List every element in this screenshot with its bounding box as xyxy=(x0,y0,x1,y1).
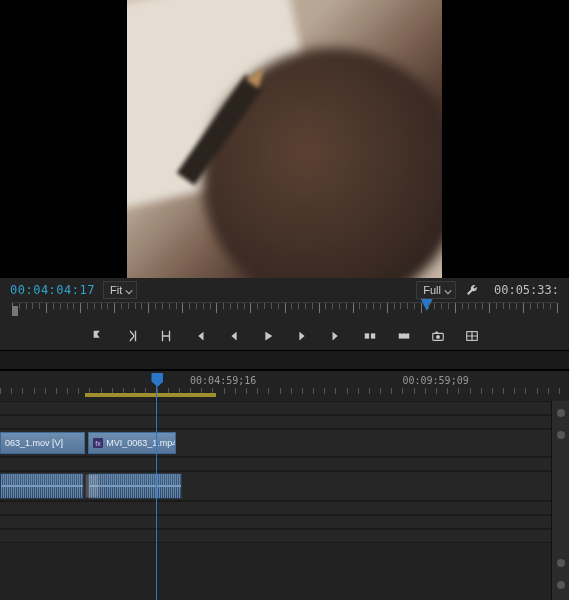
video-clip[interactable]: 063_1.mov [V] xyxy=(0,432,85,454)
timeline-ruler[interactable]: 00:04:59;1600:09:59;09 xyxy=(0,371,569,401)
settings-wrench-icon[interactable] xyxy=(464,281,480,299)
svg-text:fx: fx xyxy=(95,440,101,447)
video-clip[interactable]: fxMVI_0063_1.mp4 [V] xyxy=(88,432,176,454)
resolution-dropdown[interactable]: Full xyxy=(416,281,456,299)
play-button[interactable] xyxy=(259,327,277,345)
zoom-fit-dropdown[interactable]: Fit xyxy=(103,281,137,299)
mark-out-button[interactable] xyxy=(123,327,141,345)
chevron-down-icon xyxy=(125,286,133,298)
video-track-v2[interactable] xyxy=(0,415,569,429)
duration-timecode[interactable]: 00:05:33: xyxy=(494,283,559,297)
track-area: 063_1.mov [V]fxMVI_0063_1.mp4 [V] xyxy=(0,401,569,543)
svg-point-4 xyxy=(436,335,440,339)
clip-label: 063_1.mov [V] xyxy=(5,438,63,448)
video-preview-area xyxy=(0,0,569,278)
monitor-time-ruler[interactable]: /* ticks drawn below via JS */ xyxy=(0,302,569,322)
video-track-v1[interactable]: 063_1.mov [V]fxMVI_0063_1.mp4 [V] xyxy=(0,429,569,457)
video-content-placeholder xyxy=(177,75,264,186)
mark-in-button[interactable] xyxy=(89,327,107,345)
svg-rect-1 xyxy=(370,333,374,338)
transport-controls xyxy=(0,322,569,350)
chevron-down-icon xyxy=(444,286,452,298)
fx-badge-icon: fx xyxy=(93,438,103,448)
scroll-thumb-icon[interactable] xyxy=(557,581,565,589)
audio-track-a1[interactable] xyxy=(0,471,569,501)
program-monitor-panel: 00:04:04:17 Fit Full 00:05:33: /* ticks … xyxy=(0,0,569,350)
ruler-label: 00:04:59;16 xyxy=(190,375,256,386)
export-frame-button[interactable] xyxy=(429,327,447,345)
insert-button[interactable] xyxy=(361,327,379,345)
step-back-button[interactable] xyxy=(225,327,243,345)
svg-rect-5 xyxy=(435,332,438,334)
timeline-playhead[interactable] xyxy=(156,373,157,600)
panel-divider[interactable] xyxy=(0,350,569,370)
audio-track-a3[interactable] xyxy=(0,515,569,529)
overwrite-button[interactable] xyxy=(395,327,413,345)
timeline-scrollbar-vertical[interactable] xyxy=(551,401,569,600)
clip-label: MVI_0063_1.mp4 [V] xyxy=(106,438,176,448)
work-area-bar[interactable] xyxy=(85,393,216,397)
scroll-thumb-icon[interactable] xyxy=(557,431,565,439)
audio-track-a2[interactable] xyxy=(0,501,569,515)
scroll-thumb-icon[interactable] xyxy=(557,409,565,417)
waveform-icon xyxy=(89,474,181,498)
waveform-icon xyxy=(1,474,83,498)
audio-clip[interactable] xyxy=(88,473,182,499)
video-frame[interactable] xyxy=(127,0,442,278)
ruler-label: 00:09:59;09 xyxy=(402,375,468,386)
resolution-label: Full xyxy=(423,284,441,296)
timeline-panel: 00:04:59;1600:09:59;09 063_1.mov [V]fxMV… xyxy=(0,370,569,600)
svg-rect-2 xyxy=(398,333,409,338)
monitor-info-bar: 00:04:04:17 Fit Full 00:05:33: xyxy=(0,278,569,302)
svg-rect-0 xyxy=(364,333,368,338)
zoom-fit-label: Fit xyxy=(110,284,122,296)
go-to-in-button[interactable] xyxy=(191,327,209,345)
scroll-thumb-icon[interactable] xyxy=(557,559,565,567)
current-timecode[interactable]: 00:04:04:17 xyxy=(10,283,95,297)
audio-track-a4[interactable] xyxy=(0,529,569,543)
go-to-out-button[interactable] xyxy=(327,327,345,345)
video-track-v3[interactable] xyxy=(0,401,569,415)
step-forward-button[interactable] xyxy=(293,327,311,345)
audio-clip[interactable] xyxy=(0,473,84,499)
clip-edge-handle[interactable] xyxy=(85,474,99,498)
spacer-track xyxy=(0,457,569,471)
mark-clip-button[interactable] xyxy=(157,327,175,345)
button-editor-button[interactable] xyxy=(463,327,481,345)
